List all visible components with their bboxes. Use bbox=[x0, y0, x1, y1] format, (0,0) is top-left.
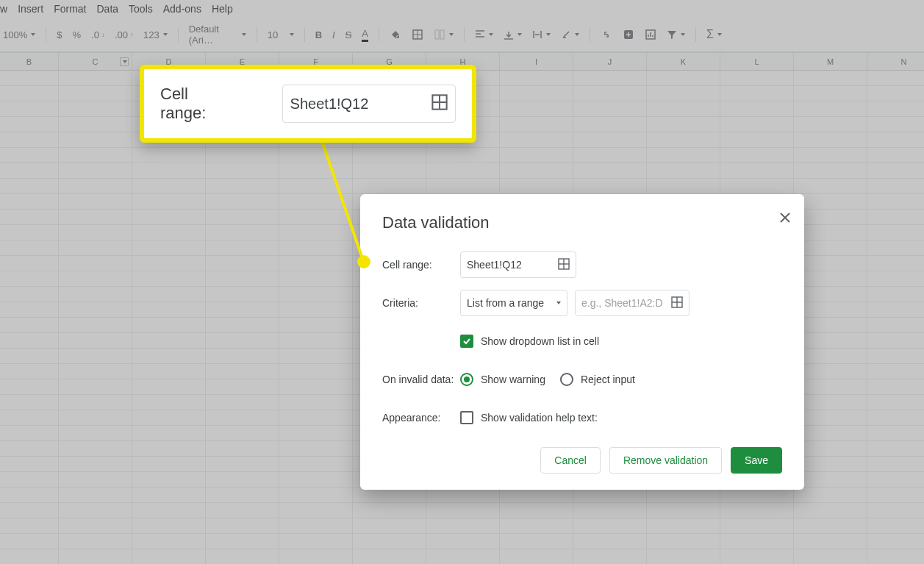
leader-line bbox=[307, 140, 373, 269]
appearance-label: Appearance: bbox=[382, 412, 460, 424]
dialog-close-button[interactable] bbox=[779, 210, 791, 227]
cell-range-label: Cell range: bbox=[382, 259, 460, 271]
callout-range-value: Sheet1!Q12 bbox=[290, 96, 369, 113]
on-invalid-label: On invalid data: bbox=[382, 374, 460, 385]
grid-icon[interactable] bbox=[558, 258, 570, 272]
callout-label: Cell range: bbox=[160, 85, 238, 123]
help-text-checkbox[interactable] bbox=[460, 411, 473, 424]
help-text-label: Show validation help text: bbox=[481, 412, 598, 424]
criteria-type-dropdown[interactable]: List from a range bbox=[460, 290, 567, 316]
show-dropdown-checkbox[interactable] bbox=[460, 335, 473, 348]
grid-icon[interactable] bbox=[671, 296, 683, 310]
reject-input-radio[interactable] bbox=[560, 373, 573, 386]
reject-input-label: Reject input bbox=[581, 374, 635, 385]
show-dropdown-label: Show dropdown list in cell bbox=[481, 335, 599, 347]
show-warning-radio[interactable] bbox=[460, 373, 473, 386]
chevron-down-icon bbox=[556, 301, 561, 304]
remove-validation-button[interactable]: Remove validation bbox=[609, 447, 722, 474]
criteria-label: Criteria: bbox=[382, 297, 460, 309]
callout-cell-range-input[interactable]: Sheet1!Q12 bbox=[282, 85, 456, 123]
leader-dot bbox=[357, 255, 370, 268]
cell-range-input[interactable]: Sheet1!Q12 bbox=[460, 251, 576, 278]
highlight-callout: Cell range: Sheet1!Q12 bbox=[140, 65, 476, 143]
check-icon bbox=[462, 337, 471, 346]
data-validation-dialog: Data validation Cell range: Sheet1!Q12 C… bbox=[360, 194, 804, 490]
save-button[interactable]: Save bbox=[731, 447, 782, 474]
cancel-button[interactable]: Cancel bbox=[540, 447, 601, 474]
show-warning-label: Show warning bbox=[481, 374, 545, 385]
svg-line-10 bbox=[322, 141, 365, 265]
dialog-title: Data validation bbox=[382, 213, 782, 232]
grid-icon bbox=[431, 94, 448, 114]
criteria-range-input[interactable]: e.g., Sheet1!A2:D bbox=[575, 290, 690, 316]
close-icon bbox=[779, 212, 791, 224]
